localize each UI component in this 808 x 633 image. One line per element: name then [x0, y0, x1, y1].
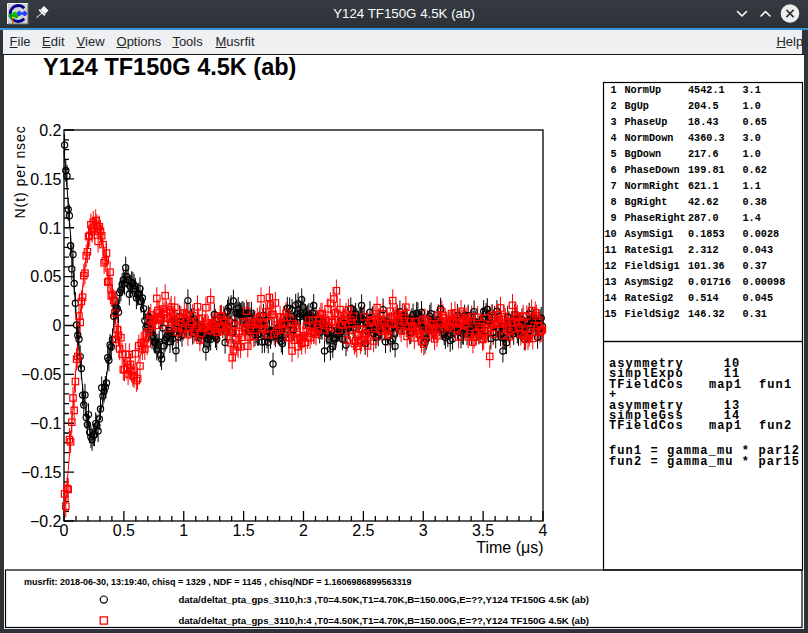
- svg-text:0.37: 0.37: [743, 261, 767, 272]
- svg-text:5: 5: [605, 149, 617, 160]
- svg-text:204.5: 204.5: [688, 101, 719, 112]
- svg-text:217.6: 217.6: [688, 149, 719, 160]
- svg-text:0.15: 0.15: [30, 171, 61, 188]
- svg-text:4360.3: 4360.3: [688, 133, 725, 144]
- svg-text:BgRight: BgRight: [625, 197, 668, 208]
- svg-text:AsymSig2: AsymSig2: [625, 277, 674, 288]
- svg-text:1.4: 1.4: [743, 213, 761, 224]
- svg-text:15: 15: [605, 309, 617, 320]
- svg-text:14: 14: [605, 293, 617, 304]
- svg-text:PhaseDown: PhaseDown: [625, 165, 680, 176]
- svg-text:NormRight: NormRight: [625, 181, 680, 192]
- svg-text:0.0028: 0.0028: [743, 229, 780, 240]
- svg-text:12: 12: [605, 261, 617, 272]
- svg-text:0.65: 0.65: [743, 117, 767, 128]
- svg-text:3.1: 3.1: [743, 85, 761, 96]
- svg-text:13: 13: [605, 277, 617, 288]
- svg-text:2.312: 2.312: [688, 245, 719, 256]
- svg-text:10: 10: [605, 229, 617, 240]
- svg-text:TFieldCos: TFieldCos: [609, 378, 684, 392]
- svg-text:6: 6: [605, 165, 617, 176]
- svg-text:0.043: 0.043: [743, 245, 774, 256]
- svg-text:data/deltat_pta_gps_3110,h:4 ,: data/deltat_pta_gps_3110,h:4 ,T0=4.50K,T…: [178, 615, 589, 626]
- svg-text:PhaseRight: PhaseRight: [625, 213, 686, 224]
- svg-text:map1: map1: [709, 378, 742, 392]
- svg-text:1.0: 1.0: [743, 101, 761, 112]
- svg-text:map1: map1: [709, 419, 742, 433]
- svg-text:1: 1: [605, 85, 617, 96]
- svg-text:AsymSig1: AsymSig1: [625, 229, 674, 240]
- svg-text:3: 3: [605, 117, 617, 128]
- svg-text:2: 2: [299, 522, 308, 539]
- svg-text:0.045: 0.045: [743, 293, 774, 304]
- svg-text:287.0: 287.0: [688, 213, 719, 224]
- svg-text:FieldSig1: FieldSig1: [625, 261, 680, 272]
- svg-text:−0.05: −0.05: [21, 366, 62, 383]
- svg-text:8: 8: [605, 197, 617, 208]
- svg-text:fun2 = gamma_mu * par15: fun2 = gamma_mu * par15: [609, 455, 800, 469]
- svg-text:0.38: 0.38: [743, 197, 767, 208]
- svg-text:0.62: 0.62: [743, 165, 767, 176]
- svg-text:1.1: 1.1: [743, 181, 761, 192]
- svg-text:N(t) per nsec: N(t) per nsec: [12, 125, 28, 218]
- svg-text:3.5: 3.5: [472, 522, 494, 539]
- svg-text:0.1853: 0.1853: [688, 229, 725, 240]
- svg-text:2: 2: [605, 101, 617, 112]
- svg-text:146.32: 146.32: [688, 309, 725, 320]
- svg-text:musrfit: 2018-06-30, 13:19:40,: musrfit: 2018-06-30, 13:19:40, chisq = 1…: [24, 577, 411, 587]
- svg-text:Time (μs): Time (μs): [476, 539, 543, 556]
- svg-text:4: 4: [539, 522, 548, 539]
- svg-text:101.36: 101.36: [688, 261, 725, 272]
- svg-text:0.5: 0.5: [113, 522, 135, 539]
- svg-text:3: 3: [419, 522, 428, 539]
- svg-text:0.2: 0.2: [39, 122, 61, 139]
- svg-text:0: 0: [53, 317, 62, 334]
- svg-text:1.5: 1.5: [232, 522, 254, 539]
- svg-text:fun2: fun2: [759, 419, 792, 433]
- svg-text:FieldSig2: FieldSig2: [625, 309, 680, 320]
- svg-text:RateSig2: RateSig2: [625, 293, 674, 304]
- svg-text:7: 7: [605, 181, 617, 192]
- svg-text:RateSig1: RateSig1: [625, 245, 674, 256]
- svg-text:0.00098: 0.00098: [743, 277, 786, 288]
- svg-text:NormUp: NormUp: [625, 85, 662, 96]
- svg-text:2.5: 2.5: [352, 522, 374, 539]
- svg-text:PhaseUp: PhaseUp: [625, 117, 668, 128]
- svg-text:Y124 TF150G 4.5K (ab): Y124 TF150G 4.5K (ab): [43, 54, 296, 80]
- svg-text:NormDown: NormDown: [625, 133, 674, 144]
- svg-text:fun1: fun1: [759, 378, 792, 392]
- svg-text:42.62: 42.62: [688, 197, 719, 208]
- svg-text:199.81: 199.81: [688, 165, 725, 176]
- svg-text:data/deltat_pta_gps_3110,h:3 ,: data/deltat_pta_gps_3110,h:3 ,T0=4.50K,T…: [178, 594, 589, 605]
- svg-text:4: 4: [605, 133, 617, 144]
- svg-text:1.0: 1.0: [743, 149, 761, 160]
- svg-text:9: 9: [605, 213, 617, 224]
- svg-text:11: 11: [605, 245, 617, 256]
- svg-text:3.0: 3.0: [743, 133, 761, 144]
- svg-text:BgDown: BgDown: [625, 149, 662, 160]
- svg-text:621.1: 621.1: [688, 181, 719, 192]
- svg-text:BgUp: BgUp: [625, 101, 649, 112]
- svg-text:0.1: 0.1: [39, 220, 61, 237]
- svg-text:4542.1: 4542.1: [688, 85, 725, 96]
- svg-text:0.31: 0.31: [743, 309, 767, 320]
- svg-text:1: 1: [179, 522, 188, 539]
- svg-text:TFieldCos: TFieldCos: [609, 419, 684, 433]
- svg-text:−0.15: −0.15: [21, 464, 62, 481]
- svg-text:−0.2: −0.2: [30, 513, 62, 530]
- svg-text:−0.1: −0.1: [30, 415, 62, 432]
- svg-text:0.01716: 0.01716: [688, 277, 731, 288]
- svg-text:0.514: 0.514: [688, 293, 719, 304]
- svg-text:18.43: 18.43: [688, 117, 719, 128]
- svg-text:0.05: 0.05: [30, 268, 61, 285]
